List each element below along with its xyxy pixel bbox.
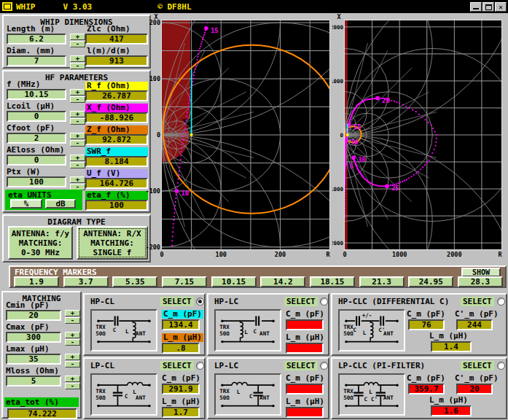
diagram-fy-line2: MATCHING:	[9, 238, 71, 248]
title-bar: WHIP V 3.03 © DF8HL ✕	[0, 0, 508, 13]
network-select-radio[interactable]	[320, 362, 328, 370]
eta-units-db-button[interactable]: dB	[45, 199, 76, 209]
network-select-radio[interactable]	[320, 298, 328, 306]
svg-text:100: 100	[216, 251, 227, 258]
close-button[interactable]: ✕	[495, 2, 507, 12]
network-select-radio[interactable]	[196, 362, 204, 370]
network-field-label: C_m (pF)	[407, 374, 445, 383]
network-field-value: 291.9	[162, 384, 200, 394]
network-circuit-diagram: TRX50ΩANTLCC'	[338, 373, 405, 416]
hf-zf-row: Z_f (Ohm)92.872	[85, 125, 148, 147]
network-select-radio[interactable]	[196, 298, 204, 306]
hf-lcoil-decrement-button[interactable]: -	[70, 118, 85, 125]
hf-aeloss-decrement-button[interactable]: -	[70, 162, 85, 168]
hf-etaf-value: 100	[85, 200, 148, 211]
hf-f-decrement-button[interactable]: -	[70, 96, 85, 103]
matching-mloss-increment-button[interactable]: +	[65, 376, 80, 382]
frequency-marker-label: 20	[382, 97, 390, 104]
network-lp-lc-panel: LP-LCSELECTTRX50ΩANTLCC_m (pF)L_m (µH)	[207, 357, 329, 419]
circuit-label-trx: TRX	[343, 388, 353, 394]
network-field-value: 1.7	[162, 407, 200, 418]
frequency-marker-button-21.3[interactable]: 21.3	[359, 276, 405, 287]
frequency-marker-button-5.35[interactable]: 5.35	[112, 276, 157, 287]
circuit-label-trx: TRX	[343, 324, 353, 330]
circuit-label-pm: +/-	[362, 312, 372, 319]
matching-cmax-decrement-button[interactable]: -	[65, 339, 80, 346]
svg-text:-1000: -1000	[332, 186, 343, 192]
matching-mloss-field[interactable]: 5	[6, 376, 61, 386]
matching-cmax-field[interactable]: 300	[6, 332, 61, 343]
frequency-marker-button-14.2[interactable]: 14.2	[260, 276, 305, 287]
matching-cmin-decrement-button[interactable]: -	[65, 317, 80, 324]
hf-f-field[interactable]: 10.15	[7, 89, 66, 100]
matching-cmin-increment-button[interactable]: +	[65, 310, 80, 316]
svg-text:1000: 1000	[332, 78, 343, 85]
matching-mloss-decrement-button[interactable]: -	[65, 383, 80, 389]
hf-cfoot-increment-button[interactable]: +	[70, 133, 85, 139]
circuit-label-l: L	[237, 389, 241, 395]
hf-xf-row: X_f (Ohm)-88.926	[85, 104, 148, 125]
svg-text:R: R	[326, 251, 330, 258]
frequency-marker-dot	[375, 96, 380, 101]
network-select-radio[interactable]	[497, 362, 505, 370]
circuit-label-c: C	[249, 393, 253, 400]
whip-diam-decrement-button[interactable]: -	[70, 63, 85, 69]
whip-length-increment-button[interactable]: +	[70, 34, 85, 40]
hf-xf-value: -88.926	[85, 112, 148, 123]
hf-cfoot-decrement-button[interactable]: -	[70, 140, 85, 147]
hf-f-increment-button[interactable]: +	[70, 89, 85, 96]
diagram-antenna-fy-button[interactable]: ANTENNA: f/y MATCHING: 0-30 MHz	[8, 226, 73, 260]
hf-ptx-increment-button[interactable]: +	[70, 176, 85, 183]
network-field-value: 244	[456, 319, 493, 330]
matching-mloss-row: Mloss (Ohm)5+-	[6, 367, 83, 389]
network-field-label: L_m (µH)	[286, 333, 324, 342]
svg-text:1000: 1000	[392, 251, 407, 258]
hf-aeloss-field[interactable]: 0	[7, 155, 66, 166]
whip-diam-field[interactable]: 7	[7, 55, 66, 66]
circuit-label-l: L	[244, 329, 248, 335]
frequency-marker-button-18.15[interactable]: 18.15	[310, 276, 355, 287]
diagram-antenna-rx-button[interactable]: ANTENNA: R/X MATCHING: SINGLE f	[77, 226, 148, 260]
hf-rf-row: R_f (Ohm)26.787	[85, 82, 148, 104]
matching-cmax-increment-button[interactable]: +	[65, 332, 80, 338]
whip-length-decrement-button[interactable]: -	[70, 41, 85, 47]
network-circuit-diagram: TRX50ΩANTCL	[90, 309, 157, 351]
network-field-value: 1.6	[431, 405, 472, 416]
matching-cmin-field[interactable]: 20	[6, 310, 61, 321]
hf-lcoil-increment-button[interactable]: +	[70, 111, 85, 117]
network-select-radio[interactable]	[497, 298, 505, 306]
whip-diam-increment-button[interactable]: +	[70, 55, 85, 62]
matching-lmax-decrement-button[interactable]: -	[65, 361, 80, 368]
frequency-marker-button-3.7[interactable]: 3.7	[63, 276, 109, 287]
frequency-marker-dot	[351, 155, 356, 160]
network-field-label: L_m (µH)	[162, 333, 203, 342]
frequency-marker-button-28.3[interactable]: 28.3	[458, 276, 503, 287]
hf-lcoil-field[interactable]: 0	[7, 111, 66, 122]
eta-units-percent-button[interactable]: %	[10, 199, 42, 209]
network-field-label: C_m (pF)	[162, 310, 203, 319]
frequency-marker-button-10.15[interactable]: 10.15	[211, 276, 257, 287]
network-title: LP-LC	[214, 361, 238, 370]
app-icon	[2, 2, 12, 11]
minimize-button[interactable]	[470, 2, 482, 12]
whip-lmdm-value: 913	[85, 55, 148, 66]
hf-ptx-field[interactable]: 100	[7, 176, 66, 187]
frequency-marker-button-7.15[interactable]: 7.15	[162, 276, 207, 287]
matching-lmax-field[interactable]: 35	[6, 354, 61, 365]
whip-length-field[interactable]: 6.2	[7, 34, 66, 44]
matching-lmax-increment-button[interactable]: +	[65, 354, 80, 360]
hf-lcoil-row: Lcoil (µH)0+-	[7, 102, 85, 124]
circuit-label-trx: TRX	[219, 388, 230, 394]
maximize-button[interactable]	[482, 2, 494, 12]
hf-aeloss-increment-button[interactable]: +	[70, 155, 85, 161]
frequency-marker-button-1.9[interactable]: 1.9	[14, 276, 59, 287]
network-lp-clc-panel: LP-CLC (PI-FILTER)SELECTTRX50ΩANTLCC'C_m…	[331, 357, 507, 419]
frequency-marker-button-24.95[interactable]: 24.95	[408, 276, 453, 287]
hf-swrf-row: SWR_f8.184	[85, 147, 148, 169]
circuit-label-l: L	[369, 389, 372, 395]
frequency-marker-label: 15	[211, 27, 219, 34]
hf-cfoot-field[interactable]: 2	[7, 133, 66, 144]
hf-ptx-label: Ptx (W)	[7, 168, 85, 176]
diagram-type-panel: DIAGRAM TYPE ANTENNA: f/y MATCHING: 0-30…	[2, 214, 151, 262]
frequency-markers-bar: FREQUENCY MARKERS SHOW 1.93.75.357.1510.…	[9, 265, 507, 288]
